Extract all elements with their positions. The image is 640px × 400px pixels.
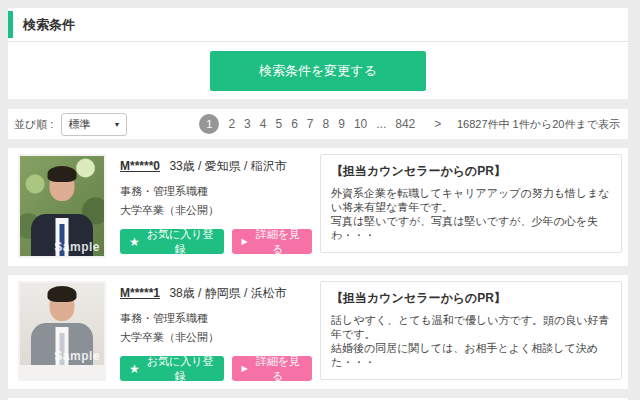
counselor-pr-text: 外資系企業を転職してキャリアアップの努力も惜しまない将来有望な青年です。 (331, 186, 611, 214)
pagination-page-link[interactable]: 5 (275, 117, 282, 131)
page-title: 検索条件 (23, 16, 75, 34)
sample-watermark: Sample (54, 240, 100, 254)
favorite-button[interactable]: ★ お気に入り登録 (120, 229, 224, 254)
profile-occupation: 事務・管理系職種 (120, 311, 312, 326)
profile-education: 大学卒業（非公開） (120, 203, 312, 218)
profile-meta: 38歳 / 静岡県 / 浜松市 (169, 286, 286, 300)
photo-face (50, 171, 75, 201)
pagination-current-page: 1 (199, 114, 219, 134)
pagination-page-link[interactable]: 2 (228, 117, 235, 131)
profile-actions: ★ お気に入り登録 ▶ 詳細を見る (120, 356, 312, 381)
profile-info: M*****1 38歳 / 静岡県 / 浜松市 事務・管理系職種 大学卒業（非公… (120, 281, 312, 381)
toolbar: 並び順 : 標準 ▼ 1 2 3 4 5 6 7 8 9 10 ... 842 … (8, 109, 628, 139)
search-results-page: 検索条件 検索条件を変更する 並び順 : 標準 ▼ 1 2 3 4 5 6 7 … (0, 0, 640, 400)
view-details-button[interactable]: ▶ 詳細を見る (232, 229, 312, 254)
view-details-label: 詳細を見る (253, 354, 303, 384)
profile-photo-frame: Sample (18, 281, 106, 381)
sort-order-label: 並び順 : (14, 117, 53, 132)
view-details-button[interactable]: ▶ 詳細を見る (232, 356, 312, 381)
change-search-conditions-button[interactable]: 検索条件を変更する (210, 51, 426, 91)
pagination-page-link[interactable]: 8 (323, 117, 330, 131)
profile-name-line: M*****0 33歳 / 愛知県 / 稲沢市 (120, 158, 312, 175)
profile-photo-frame: Sample (18, 154, 106, 258)
profile-meta: 33歳 / 愛知県 / 稲沢市 (169, 159, 286, 173)
profile-info: M*****0 33歳 / 愛知県 / 稲沢市 事務・管理系職種 大学卒業（非公… (120, 154, 312, 258)
view-details-label: 詳細を見る (253, 227, 303, 257)
pagination: 1 2 3 4 5 6 7 8 9 10 ... 842 > (199, 114, 441, 134)
green-accent-bar (8, 11, 13, 38)
counselor-pr-box: 【担当カウンセラーからのPR】 外資系企業を転職してキャリアアップの努力も惜しま… (320, 154, 622, 253)
profile-occupation: 事務・管理系職種 (120, 184, 312, 199)
profile-actions: ★ お気に入り登録 ▶ 詳細を見る (120, 229, 312, 254)
counselor-pr-title: 【担当カウンセラーからのPR】 (331, 290, 611, 307)
counselor-pr-text: 結婚後の同居に関しては、お相手とよく相談して決めた・・・ (331, 341, 611, 369)
play-icon: ▶ (241, 238, 247, 246)
photo-hair (48, 166, 77, 182)
sort-order-value: 標準 (68, 117, 90, 132)
sample-watermark: Sample (54, 349, 100, 363)
counselor-pr-text: 話しやすく、とても温和で優しい方です。頭の良い好青年です。 (331, 313, 611, 341)
favorite-button-label: お気に入り登録 (145, 227, 216, 257)
pagination-ellipsis: ... (376, 117, 386, 131)
profile-card: Sample M*****1 38歳 / 静岡県 / 浜松市 事務・管理系職種 … (8, 275, 628, 389)
search-conditions-header: 検索条件 (8, 8, 628, 42)
pagination-page-link[interactable]: 7 (307, 117, 314, 131)
profile-name-link[interactable]: M*****1 (120, 286, 160, 300)
sort-order-select[interactable]: 標準 ▼ (61, 113, 127, 136)
profile-photo[interactable]: Sample (20, 283, 104, 365)
counselor-pr-text: 写真は堅いですが、写真は堅いですが、少年の心を失わ・・・ (331, 214, 611, 242)
play-icon: ▶ (241, 365, 247, 373)
search-conditions-panel: 検索条件 検索条件を変更する (8, 8, 628, 99)
profile-name-line: M*****1 38歳 / 静岡県 / 浜松市 (120, 285, 312, 302)
pagination-page-link[interactable]: 6 (291, 117, 298, 131)
profile-education: 大学卒業（非公開） (120, 330, 312, 345)
favorite-button-label: お気に入り登録 (145, 354, 216, 384)
result-count-summary: 16827件中 1件から20件まで表示 (457, 117, 620, 132)
profile-photo[interactable]: Sample (20, 156, 104, 256)
profile-name-link[interactable]: M*****0 (120, 159, 160, 173)
pagination-page-link[interactable]: 842 (395, 117, 415, 131)
counselor-pr-title: 【担当カウンセラーからのPR】 (331, 163, 611, 180)
profile-card: Sample M*****0 33歳 / 愛知県 / 稲沢市 事務・管理系職種 … (8, 148, 628, 266)
counselor-pr-box: 【担当カウンセラーからのPR】 話しやすく、とても温和で優しい方です。頭の良い好… (320, 281, 622, 380)
star-icon: ★ (129, 236, 140, 248)
search-conditions-body: 検索条件を変更する (8, 42, 628, 99)
pagination-page-link[interactable]: 4 (260, 117, 267, 131)
favorite-button[interactable]: ★ お気に入り登録 (120, 356, 224, 381)
pagination-next-button[interactable]: > (434, 117, 441, 131)
photo-hair (48, 286, 77, 302)
chevron-down-icon: ▼ (113, 121, 120, 128)
pagination-page-link[interactable]: 10 (354, 117, 367, 131)
photo-face (50, 291, 75, 321)
star-icon: ★ (129, 363, 140, 375)
pagination-page-link[interactable]: 9 (338, 117, 345, 131)
pagination-page-link[interactable]: 3 (244, 117, 251, 131)
